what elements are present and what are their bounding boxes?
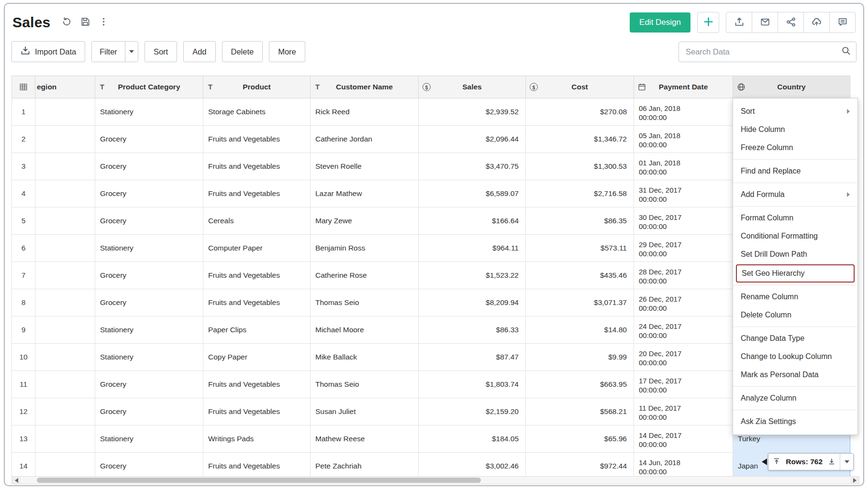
menu-item-rename-column[interactable]: Rename Column: [733, 288, 857, 306]
row-number-cell[interactable]: 6: [12, 235, 35, 262]
header-customer-name[interactable]: TCustomer Name: [311, 76, 419, 98]
comments-button[interactable]: [829, 12, 856, 33]
sales-cell[interactable]: $1,523.22: [419, 262, 526, 289]
product-category-cell[interactable]: Grocery: [95, 126, 203, 153]
filter-dropdown-button[interactable]: [125, 42, 138, 62]
sales-cell[interactable]: $3,002.46: [419, 453, 526, 480]
sales-cell[interactable]: $87.47: [419, 344, 526, 371]
header-payment-date[interactable]: Payment Date: [634, 76, 733, 98]
cost-cell[interactable]: $3,071.37: [526, 289, 634, 316]
cost-cell[interactable]: $14.80: [526, 316, 634, 344]
row-number-cell[interactable]: 14: [12, 453, 35, 480]
region-cell[interactable]: [35, 425, 95, 453]
payment-date-cell[interactable]: 31 Dec, 201700:00:00: [634, 180, 733, 207]
cost-cell[interactable]: $2,716.58: [526, 180, 634, 207]
customer-name-cell[interactable]: Thomas Seio: [311, 289, 419, 316]
product-category-cell[interactable]: Stationery: [95, 98, 203, 126]
row-number-cell[interactable]: 1: [12, 98, 35, 126]
product-cell[interactable]: Cereals: [203, 207, 311, 235]
customer-name-cell[interactable]: Susan Juliet: [311, 398, 419, 425]
product-category-cell[interactable]: Stationery: [95, 316, 203, 344]
region-cell[interactable]: [35, 153, 95, 180]
row-number-cell[interactable]: 8: [12, 289, 35, 316]
product-cell[interactable]: Fruits and Vegetables: [203, 262, 311, 289]
row-number-cell[interactable]: 12: [12, 398, 35, 425]
product-category-cell[interactable]: Grocery: [95, 153, 203, 180]
header-sales[interactable]: Sales: [419, 76, 526, 98]
row-number-cell[interactable]: 4: [12, 180, 35, 207]
share-button[interactable]: [778, 12, 804, 33]
payment-date-cell[interactable]: 01 Jan, 201800:00:00: [634, 153, 733, 180]
row-number-cell[interactable]: 7: [12, 262, 35, 289]
customer-name-cell[interactable]: Mike Ballack: [311, 344, 419, 371]
sales-cell[interactable]: $2,939.52: [419, 98, 526, 126]
customer-name-cell[interactable]: Lazar Mathew: [311, 180, 419, 207]
cost-cell[interactable]: $663.95: [526, 371, 634, 398]
row-number-cell[interactable]: 9: [12, 316, 35, 344]
header-region[interactable]: egion: [35, 76, 95, 98]
product-cell[interactable]: Fruits and Vegetables: [203, 371, 311, 398]
region-cell[interactable]: [35, 316, 95, 344]
product-cell[interactable]: Computer Paper: [203, 235, 311, 262]
region-cell[interactable]: [35, 262, 95, 289]
product-cell[interactable]: Fruits and Vegetables: [203, 153, 311, 180]
customer-name-cell[interactable]: Catherine Jordan: [311, 126, 419, 153]
rows-dropdown-button[interactable]: [840, 454, 853, 470]
product-cell[interactable]: Fruits and Vegetables: [203, 180, 311, 207]
product-cell[interactable]: Fruits and Vegetables: [203, 453, 311, 480]
region-cell[interactable]: [35, 289, 95, 316]
row-number-cell[interactable]: 10: [12, 344, 35, 371]
row-number-cell[interactable]: 2: [12, 126, 35, 153]
product-category-cell[interactable]: Stationery: [95, 425, 203, 453]
cost-cell[interactable]: $568.21: [526, 398, 634, 425]
region-cell[interactable]: [35, 180, 95, 207]
region-cell[interactable]: [35, 344, 95, 371]
customer-name-cell[interactable]: Catherine Rose: [311, 262, 419, 289]
title-more-button[interactable]: [99, 17, 108, 28]
sort-button[interactable]: Sort: [145, 41, 177, 62]
sales-cell[interactable]: $964.11: [419, 235, 526, 262]
payment-date-cell[interactable]: 14 Jun, 201800:00:00: [634, 453, 733, 480]
menu-item-change-data-type[interactable]: Change Data Type: [733, 329, 857, 348]
header-cost[interactable]: Cost: [526, 76, 634, 98]
save-button[interactable]: [80, 17, 90, 28]
menu-item-ask-zia-settings[interactable]: Ask Zia Settings: [733, 413, 857, 431]
region-cell[interactable]: [35, 207, 95, 235]
customer-name-cell[interactable]: Mathew Reese: [311, 425, 419, 453]
row-number-cell[interactable]: 11: [12, 371, 35, 398]
cost-cell[interactable]: $9.99: [526, 344, 634, 371]
payment-date-cell[interactable]: 20 Dec, 201700:00:00: [634, 344, 733, 371]
customer-name-cell[interactable]: Michael Moore: [311, 316, 419, 344]
menu-item-delete-column[interactable]: Delete Column: [733, 306, 857, 324]
publish-button[interactable]: [803, 12, 830, 33]
cost-cell[interactable]: $270.08: [526, 98, 634, 126]
payment-date-cell[interactable]: 30 Dec, 201700:00:00: [634, 207, 733, 235]
product-cell[interactable]: Storage Cabinets: [203, 98, 311, 126]
scroll-to-top-button[interactable]: [768, 454, 785, 470]
sales-cell[interactable]: $8,209.94: [419, 289, 526, 316]
sales-cell[interactable]: $184.05: [419, 425, 526, 453]
cost-cell[interactable]: $65.96: [526, 425, 634, 453]
sales-cell[interactable]: $2,096.44: [419, 126, 526, 153]
payment-date-cell[interactable]: 11 Dec, 201700:00:00: [634, 398, 733, 425]
row-number-cell[interactable]: 3: [12, 153, 35, 180]
menu-item-add-formula[interactable]: Add Formula: [733, 185, 857, 204]
product-category-cell[interactable]: Stationery: [95, 235, 203, 262]
product-category-cell[interactable]: Grocery: [95, 453, 203, 480]
menu-item-analyze-column[interactable]: Analyze Column: [733, 389, 857, 407]
payment-date-cell[interactable]: 05 Jan, 201800:00:00: [634, 126, 733, 153]
product-category-cell[interactable]: Grocery: [95, 180, 203, 207]
payment-date-cell[interactable]: 17 Dec, 201700:00:00: [634, 371, 733, 398]
product-category-cell[interactable]: Grocery: [95, 207, 203, 235]
filter-button[interactable]: Filter: [92, 42, 125, 62]
header-row-number[interactable]: [12, 76, 35, 98]
product-category-cell[interactable]: Grocery: [95, 262, 203, 289]
cost-cell[interactable]: $972.44: [526, 453, 634, 480]
region-cell[interactable]: [35, 453, 95, 480]
region-cell[interactable]: [35, 398, 95, 425]
region-cell[interactable]: [35, 371, 95, 398]
row-number-cell[interactable]: 13: [12, 425, 35, 453]
product-category-cell[interactable]: Grocery: [95, 289, 203, 316]
scrollbar-thumb[interactable]: [37, 478, 481, 483]
product-category-cell[interactable]: Stationery: [95, 344, 203, 371]
